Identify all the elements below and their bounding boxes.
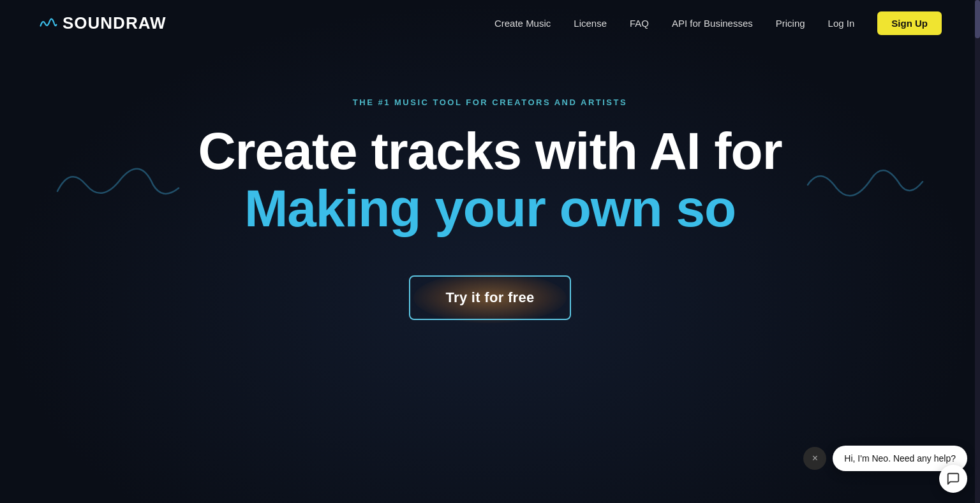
nav-api[interactable]: API for Businesses bbox=[672, 18, 753, 29]
hero-tagline: THE #1 MUSIC TOOL FOR CREATORS AND ARTIS… bbox=[353, 98, 627, 107]
try-free-button[interactable]: Try it for free bbox=[409, 275, 572, 320]
nav-links: Create Music License FAQ API for Busines… bbox=[494, 11, 942, 35]
logo-text: SOUNDRAW bbox=[63, 13, 167, 33]
nav-login[interactable]: Log In bbox=[828, 18, 855, 29]
chat-icon bbox=[946, 472, 960, 486]
hero-title-line1: Create tracks with AI for bbox=[198, 122, 782, 180]
nav-license[interactable]: License bbox=[574, 18, 607, 29]
soundraw-logo-icon bbox=[38, 13, 59, 34]
hero-title-line2: Making your own so bbox=[244, 180, 736, 237]
logo[interactable]: SOUNDRAW bbox=[38, 13, 167, 34]
nav-pricing[interactable]: Pricing bbox=[776, 18, 805, 29]
chat-icon-button[interactable] bbox=[939, 465, 967, 493]
signup-button[interactable]: Sign Up bbox=[877, 11, 942, 35]
chat-close-button[interactable]: × bbox=[803, 447, 826, 470]
chat-widget: × Hi, I'm Neo. Need any help? bbox=[803, 446, 967, 471]
navbar: SOUNDRAW Create Music License FAQ API fo… bbox=[0, 0, 980, 47]
nav-create-music[interactable]: Create Music bbox=[494, 18, 551, 29]
cta-container: Try it for free bbox=[409, 275, 572, 320]
hero-section: THE #1 MUSIC TOOL FOR CREATORS AND ARTIS… bbox=[0, 47, 980, 320]
nav-faq[interactable]: FAQ bbox=[630, 18, 649, 29]
